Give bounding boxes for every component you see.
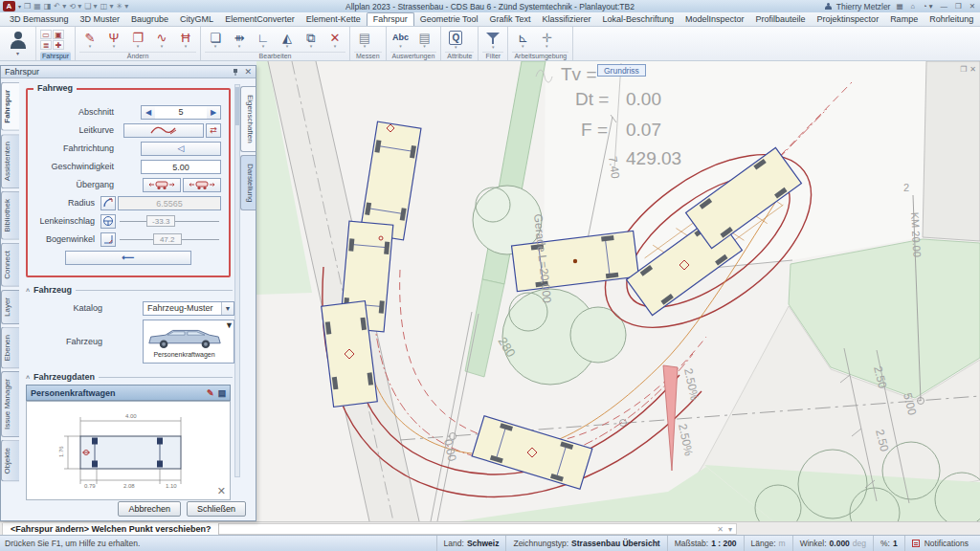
- status-length-unit[interactable]: Länge:m: [744, 536, 792, 551]
- open-icon[interactable]: ▦: [33, 2, 41, 11]
- new-icon[interactable]: ❒: [24, 2, 31, 11]
- tab-profilbauteile[interactable]: Profilbauteile: [750, 13, 812, 26]
- tools-icon[interactable]: ✳ ▾: [116, 2, 128, 11]
- tab-grafik-text[interactable]: Grafik Text: [484, 13, 537, 26]
- palette-tab-objekte[interactable]: Objekte: [1, 440, 19, 482]
- ruler-icon[interactable]: ▤▾: [354, 30, 375, 51]
- command-history-icon[interactable]: ▾: [728, 525, 732, 534]
- tab-lokal-beschriftung[interactable]: Lokal-Beschriftung: [596, 13, 679, 26]
- app-menu-caret-icon[interactable]: ▾: [18, 3, 21, 10]
- viewport-close-icon[interactable]: ✕: [969, 65, 976, 74]
- tab-rohrleitung[interactable]: Rohrleitung: [924, 13, 979, 26]
- fahrspur-tools-icons[interactable]: ▭▣ ≣✚: [40, 30, 64, 50]
- status-notifications[interactable]: Notifications: [904, 536, 975, 551]
- tab-fahrspur[interactable]: Fahrspur: [367, 12, 414, 26]
- abc-report-icon[interactable]: Abc▾: [390, 30, 412, 51]
- edit-pencil-icon[interactable]: ✎: [207, 388, 214, 398]
- steering-wheel-icon[interactable]: [100, 214, 116, 229]
- tab-projektinspector[interactable]: Projektinspector: [812, 13, 885, 26]
- mirror-icon[interactable]: ◭▾: [277, 30, 298, 51]
- leitkurve-swap-button[interactable]: ⇄: [206, 123, 221, 138]
- fahrzeug-select[interactable]: Personenkraftwagen ▼: [143, 320, 234, 364]
- tab-modelinspector[interactable]: ModelInspector: [679, 13, 750, 26]
- abschnitt-stepper[interactable]: ◀ 5 ▶: [141, 105, 221, 120]
- command-clear-icon[interactable]: ✕: [717, 525, 724, 534]
- palette-tab-issue-manager[interactable]: Issue Manager: [1, 371, 19, 437]
- edit-pencil-icon[interactable]: ✎▾: [79, 30, 100, 51]
- lane-new-icon[interactable]: ✚: [53, 40, 64, 50]
- close-button[interactable]: Schließen: [187, 501, 246, 517]
- tab-elementconverter[interactable]: ElementConverter: [219, 13, 301, 26]
- tab-rampe[interactable]: Rampe: [884, 13, 924, 26]
- filter-funnel-icon[interactable]: ▾: [482, 30, 503, 51]
- layout-icon[interactable]: ◫ ▾: [100, 2, 114, 11]
- status-percent[interactable]: %:1: [873, 536, 904, 551]
- quick-access-toolbar[interactable]: ❒ ▦ ◨ ↶ ▾ ⟲ ▾ ❏ ▾ ◫ ▾ ✳ ▾: [24, 2, 128, 11]
- stepper-right-icon[interactable]: ▶: [207, 106, 220, 119]
- palette-tab-ebenen[interactable]: Ebenen: [1, 327, 19, 369]
- palette-header[interactable]: Fahrspur ✕: [1, 66, 256, 78]
- window-icon[interactable]: ❏ ▾: [84, 2, 97, 11]
- close-button[interactable]: ✕: [968, 2, 977, 11]
- move-icon[interactable]: ⇻▾: [229, 30, 250, 51]
- bogenwinkel-slider[interactable]: 47.2: [118, 232, 221, 246]
- status-angle[interactable]: Winkel:0.000deg: [792, 536, 873, 551]
- duplicate-icon[interactable]: ❏▾: [205, 30, 226, 51]
- redo-icon[interactable]: ⟲ ▾: [69, 2, 81, 11]
- uebergang-out-button[interactable]: [183, 178, 221, 192]
- step-back-button[interactable]: ⟵: [65, 251, 191, 265]
- shop-icon[interactable]: ⌂: [909, 2, 918, 11]
- palette-tab-eigenschaften[interactable]: Eigenschaften: [240, 86, 256, 152]
- section-icon[interactable]: Ħ▾: [175, 30, 196, 51]
- lane-icon[interactable]: ▭: [40, 30, 52, 39]
- list-report-icon[interactable]: ▤▾: [414, 30, 435, 51]
- palette-tab-darstellung[interactable]: Darstellung: [240, 155, 256, 210]
- tab-citygml[interactable]: CityGML: [174, 13, 219, 26]
- palette-close-icon[interactable]: ✕: [244, 67, 252, 77]
- curve-icon[interactable]: ∿▾: [151, 30, 172, 51]
- geschwindigkeit-input[interactable]: 5.00: [141, 160, 221, 174]
- attribute-tag-icon[interactable]: Q▾: [445, 30, 466, 51]
- fahrzeug-collapse-icon[interactable]: ˄: [26, 287, 30, 294]
- fahrtrichtung-button[interactable]: ◁: [141, 142, 221, 156]
- maximize-button[interactable]: ❐: [953, 2, 964, 11]
- katalog-select[interactable]: Fahrzeug-Muster ▼: [143, 301, 234, 316]
- tab-baugrube[interactable]: Baugrube: [125, 13, 174, 26]
- connect-grid-icon[interactable]: ▦: [894, 2, 904, 11]
- radius-icon-button[interactable]: [100, 196, 116, 210]
- leitkurve-button[interactable]: [123, 123, 204, 138]
- lenkeinschlag-slider[interactable]: -33.3: [118, 214, 221, 228]
- measure-angle-icon[interactable]: ∟▾: [253, 30, 274, 51]
- arc-angle-icon-button[interactable]: [100, 232, 116, 247]
- command-input[interactable]: <Fahrspur ändern> Welchen Punkt verschie…: [2, 523, 737, 535]
- lane-list-icon[interactable]: ≣: [40, 40, 52, 50]
- drawing-canvas[interactable]: Tv = Dt = 0.00 F = 0.07 429.03 2 7.40 Ge…: [256, 61, 980, 521]
- resize-icon[interactable]: ⧉▾: [301, 30, 322, 51]
- uebergang-in-button[interactable]: [143, 178, 181, 192]
- status-scale[interactable]: Maßstab:1 : 200: [667, 536, 744, 551]
- tab-3d-muster[interactable]: 3D Muster: [75, 13, 126, 26]
- pin-icon[interactable]: [232, 68, 239, 77]
- branch-icon[interactable]: Ψ▾: [103, 30, 124, 51]
- workspace-tools-icon[interactable]: ✛▾: [536, 30, 557, 51]
- palette-tab-assistenten[interactable]: Assistenten: [1, 134, 19, 188]
- copy-page-icon[interactable]: ❐▾: [127, 30, 148, 51]
- delete-icon[interactable]: ✕▾: [324, 30, 345, 51]
- tab-geometrie-tool[interactable]: Geometrie Tool: [414, 13, 484, 26]
- minimize-button[interactable]: —: [938, 2, 949, 11]
- lane-edit-icon[interactable]: ▣: [53, 30, 64, 39]
- save-icon[interactable]: ◨: [44, 2, 52, 11]
- help-icon[interactable]: ◔ ▾: [921, 2, 934, 11]
- tab-element-kette[interactable]: Element-Kette: [301, 13, 367, 26]
- tab-3d-bemassung[interactable]: 3D Bemassung: [4, 13, 75, 26]
- app-menu-button[interactable]: A: [3, 1, 15, 11]
- user-name[interactable]: Thierry Metzler: [836, 2, 891, 11]
- tab-klassifizierer[interactable]: Klassifizierer: [536, 13, 596, 26]
- user-avatar-icon[interactable]: [825, 3, 833, 11]
- status-drawing-type[interactable]: Zeichnungstyp:Strassenbau Übersicht: [505, 536, 666, 551]
- palette-tab-fahrspur[interactable]: Fahrspur: [1, 82, 19, 131]
- axis-icon[interactable]: ⊾▾: [512, 30, 533, 51]
- cancel-button[interactable]: Abbrechen: [118, 501, 181, 517]
- workspace-avatar-button[interactable]: ▾: [0, 27, 36, 60]
- preview-close-icon[interactable]: ✕: [217, 485, 226, 497]
